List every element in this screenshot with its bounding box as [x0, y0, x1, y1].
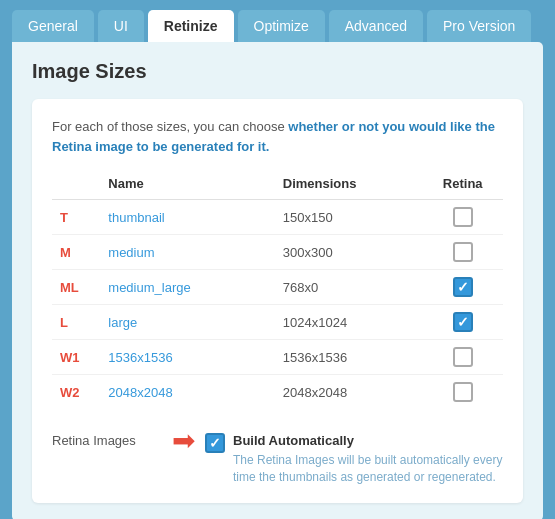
build-auto-desc: The Retina Images will be built automati… — [233, 452, 503, 486]
row-abbr: ML — [52, 270, 100, 305]
row-name: thumbnail — [100, 200, 274, 235]
section-title: Image Sizes — [32, 60, 523, 83]
row-dim: 768x0 — [275, 270, 423, 305]
row-retina-checkbox[interactable] — [422, 340, 503, 375]
row-dim: 2048x2048 — [275, 375, 423, 410]
col-header-name: Name — [100, 172, 274, 200]
row-dim: 1536x1536 — [275, 340, 423, 375]
table-row: M medium 300x300 — [52, 235, 503, 270]
retina-images-row: Retina Images ➡ ✓ Build Automatically Th… — [52, 427, 503, 485]
row-retina-checkbox[interactable] — [422, 200, 503, 235]
main-content: Image Sizes For each of those sizes, you… — [12, 42, 543, 519]
checkbox-unchecked[interactable] — [453, 347, 473, 367]
row-name: medium — [100, 235, 274, 270]
row-retina-checkbox[interactable]: ✓ — [422, 270, 503, 305]
image-sizes-card: For each of those sizes, you can choose … — [32, 99, 523, 503]
tab-general[interactable]: General — [12, 10, 94, 42]
table-row: L large 1024x1024 ✓ — [52, 305, 503, 340]
row-dim: 1024x1024 — [275, 305, 423, 340]
col-header-retina: Retina — [422, 172, 503, 200]
checkbox-unchecked[interactable] — [453, 242, 473, 262]
table-row: W1 1536x1536 1536x1536 — [52, 340, 503, 375]
table-row: T thumbnail 150x150 — [52, 200, 503, 235]
arrow-icon: ➡ — [172, 427, 195, 455]
row-retina-checkbox[interactable]: ✓ — [422, 305, 503, 340]
build-text-group: Build Automatically The Retina Images wi… — [233, 431, 503, 485]
retina-images-label: Retina Images — [52, 431, 162, 448]
sizes-table: Name Dimensions Retina T thumbnail 150x1… — [52, 172, 503, 409]
row-dim: 300x300 — [275, 235, 423, 270]
row-abbr: M — [52, 235, 100, 270]
row-abbr: T — [52, 200, 100, 235]
col-header-empty — [52, 172, 100, 200]
checkbox-checked[interactable]: ✓ — [453, 277, 473, 297]
row-retina-checkbox[interactable] — [422, 235, 503, 270]
row-name: medium_large — [100, 270, 274, 305]
checkbox-unchecked[interactable] — [453, 207, 473, 227]
row-retina-checkbox[interactable] — [422, 375, 503, 410]
nav-tabs: General UI Retinize Optimize Advanced Pr… — [0, 0, 555, 42]
col-header-dimensions: Dimensions — [275, 172, 423, 200]
retina-build-section: ✓ Build Automatically The Retina Images … — [205, 431, 503, 485]
tab-advanced[interactable]: Advanced — [329, 10, 423, 42]
card-description: For each of those sizes, you can choose … — [52, 117, 503, 156]
checkbox-checked[interactable]: ✓ — [453, 312, 473, 332]
row-dim: 150x150 — [275, 200, 423, 235]
row-name: large — [100, 305, 274, 340]
build-auto-checkbox[interactable]: ✓ — [205, 433, 225, 453]
table-row: ML medium_large 768x0 ✓ — [52, 270, 503, 305]
table-row: W2 2048x2048 2048x2048 — [52, 375, 503, 410]
row-name: 1536x1536 — [100, 340, 274, 375]
build-auto-label: Build Automatically — [233, 431, 503, 452]
tab-optimize[interactable]: Optimize — [238, 10, 325, 42]
desc-prefix: For each of those sizes, you can choose — [52, 119, 288, 134]
checkbox-unchecked[interactable] — [453, 382, 473, 402]
row-abbr: L — [52, 305, 100, 340]
row-name: 2048x2048 — [100, 375, 274, 410]
row-abbr: W1 — [52, 340, 100, 375]
tab-retinize[interactable]: Retinize — [148, 10, 234, 42]
tab-pro-version[interactable]: Pro Version — [427, 10, 531, 42]
row-abbr: W2 — [52, 375, 100, 410]
tab-ui[interactable]: UI — [98, 10, 144, 42]
